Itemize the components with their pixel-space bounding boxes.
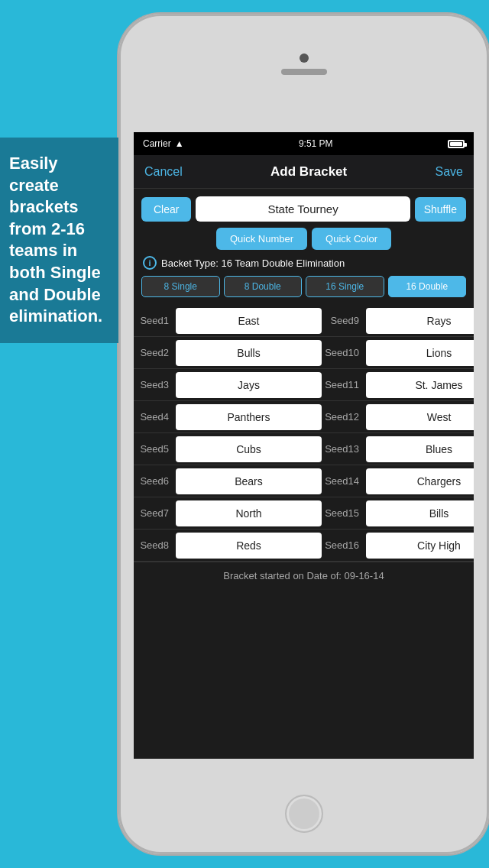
seed-row-seed7: Seed7: [134, 497, 324, 530]
seed-label: Seed12: [324, 411, 364, 423]
seed-label: Seed16: [324, 539, 364, 551]
wifi-icon: ▲: [175, 138, 184, 149]
speaker: [281, 69, 327, 75]
cancel-button[interactable]: Cancel: [144, 165, 183, 179]
seed-input-seed7[interactable]: [176, 500, 322, 526]
seed-label: Seed15: [324, 507, 364, 519]
seed-label: Seed9: [324, 315, 364, 326]
phone-screen: Carrier ▲ 9:51 PM Cancel Add Bracket Sav…: [134, 132, 474, 759]
bracket-type-label: Backet Type: 16 Team Double Elimination: [161, 257, 345, 269]
seed-input-seed3[interactable]: [176, 372, 322, 398]
bracket-option-8-single[interactable]: 8 Single: [141, 276, 220, 297]
seed-input-seed5[interactable]: [176, 436, 322, 462]
bracket-selector: 8 Single8 Double16 Single16 Double: [141, 276, 466, 297]
left-panel: Easily create brackets from 2-16 teams i…: [0, 138, 118, 343]
home-button[interactable]: [285, 795, 323, 833]
bracket-option-8-double[interactable]: 8 Double: [224, 276, 303, 297]
seed-label: Seed2: [134, 347, 173, 358]
seed-row-seed4: Seed4: [134, 401, 324, 433]
quick-color-button[interactable]: Quick Color: [312, 228, 391, 250]
seed-input-seed14[interactable]: [366, 468, 474, 494]
seed-input-seed6[interactable]: [176, 468, 322, 494]
seed-row-seed13: Seed13: [324, 433, 474, 465]
carrier-text: Carrier: [143, 138, 171, 149]
seed-input-seed12[interactable]: [366, 404, 474, 430]
page-title: Add Bracket: [270, 164, 347, 180]
seed-label: Seed3: [134, 379, 173, 390]
top-buttons-row: Clear Shuffle: [141, 196, 466, 222]
seed-row-seed12: Seed12: [324, 401, 474, 433]
seed-input-seed13[interactable]: [366, 436, 474, 462]
seed-label: Seed1: [134, 315, 173, 326]
tourney-name-input[interactable]: [196, 196, 410, 222]
battery-icon: [448, 140, 465, 148]
content-area: Clear Shuffle Quick Number Quick Color i…: [134, 189, 474, 297]
seed-input-seed1[interactable]: [176, 308, 322, 334]
seed-input-seed15[interactable]: [366, 500, 474, 526]
seed-input-seed2[interactable]: [176, 340, 322, 366]
seed-label: Seed6: [134, 475, 173, 487]
footer-text: Bracket started on Date of: 09-16-14: [223, 570, 384, 581]
seed-input-seed4[interactable]: [176, 404, 322, 430]
phone-shell: Carrier ▲ 9:51 PM Cancel Add Bracket Sav…: [118, 14, 489, 854]
bracket-type-row: i Backet Type: 16 Team Double Eliminatio…: [141, 256, 466, 270]
seed-row-seed14: Seed14: [324, 465, 474, 497]
seed-row-seed16: Seed16: [324, 530, 474, 562]
quick-buttons-row: Quick Number Quick Color: [141, 228, 466, 250]
seed-row-seed9: Seed9: [324, 305, 474, 337]
camera: [300, 53, 309, 63]
seed-row-seed1: Seed1: [134, 305, 324, 337]
seed-input-seed16[interactable]: [366, 533, 474, 559]
seed-row-seed5: Seed5: [134, 433, 324, 465]
clear-button[interactable]: Clear: [141, 197, 191, 222]
time-display: 9:51 PM: [299, 138, 333, 149]
seed-input-seed11[interactable]: [366, 372, 474, 398]
carrier-label: Carrier ▲: [143, 138, 184, 149]
quick-number-button[interactable]: Quick Number: [216, 228, 307, 250]
seed-row-seed8: Seed8: [134, 530, 324, 562]
seed-label: Seed5: [134, 443, 173, 455]
seed-row-seed3: Seed3: [134, 369, 324, 401]
seed-row-seed6: Seed6: [134, 465, 324, 497]
seed-label: Seed4: [134, 411, 173, 423]
shuffle-button[interactable]: Shuffle: [415, 197, 466, 222]
nav-bar: Cancel Add Bracket Save: [134, 155, 474, 189]
seed-row-seed10: Seed10: [324, 337, 474, 369]
seed-input-seed10[interactable]: [366, 340, 474, 366]
seed-row-seed11: Seed11: [324, 369, 474, 401]
seed-label: Seed8: [134, 539, 173, 551]
seed-input-seed9[interactable]: [366, 308, 474, 334]
seed-label: Seed10: [324, 347, 364, 358]
info-icon[interactable]: i: [143, 256, 157, 270]
bracket-option-16-double[interactable]: 16 Double: [388, 276, 467, 297]
seed-label: Seed11: [324, 379, 364, 390]
seeds-table: Seed1 Seed9 Seed2 Seed10 Seed3 Seed11 Se…: [134, 305, 474, 562]
seed-input-seed8[interactable]: [176, 533, 322, 559]
seed-label: Seed7: [134, 507, 173, 519]
seed-label: Seed14: [324, 475, 364, 487]
seed-row-seed2: Seed2: [134, 337, 324, 369]
status-bar: Carrier ▲ 9:51 PM: [134, 132, 474, 155]
save-button[interactable]: Save: [436, 165, 463, 179]
footer: Bracket started on Date of: 09-16-14: [134, 562, 474, 589]
bracket-option-16-single[interactable]: 16 Single: [306, 276, 384, 297]
seed-label: Seed13: [324, 443, 364, 455]
left-panel-text: Easily create brackets from 2-16 teams i…: [9, 154, 102, 326]
seed-row-seed15: Seed15: [324, 497, 474, 530]
